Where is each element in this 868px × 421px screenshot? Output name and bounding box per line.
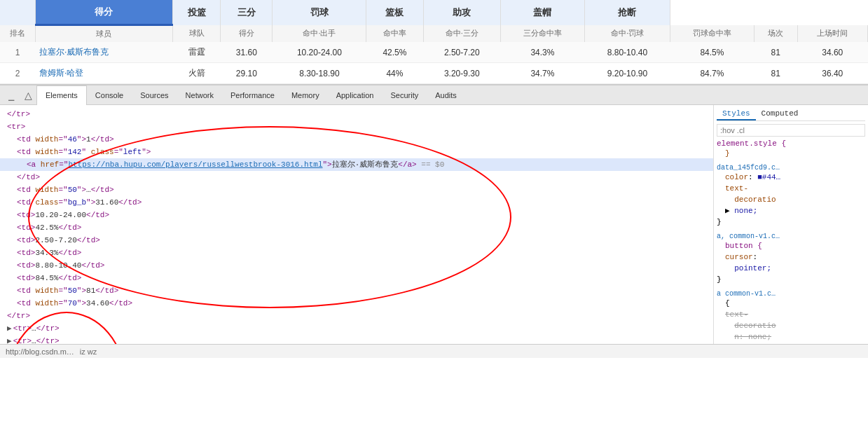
table-cell: 44% xyxy=(366,63,423,84)
html-line[interactable]: <td>8.80-10.40</td> xyxy=(0,259,713,272)
html-panel[interactable]: </tr><tr><td width="46">1</td><td width=… xyxy=(0,105,714,344)
style-block: button { cursor: pointer; xyxy=(717,240,865,274)
html-line[interactable]: <td class="bg_b">31.60</td> xyxy=(0,196,713,209)
devtools-tab-console[interactable]: Console xyxy=(87,85,132,105)
table-cell: 雷霆 xyxy=(172,42,221,63)
sub-header-cell: 命中·三分 xyxy=(423,25,501,43)
category-header[interactable]: 抢断 xyxy=(584,0,670,25)
html-line[interactable]: <td width="50">…</td> xyxy=(0,184,713,196)
table-row: 2詹姆斯·哈登火箭29.108.30-18.9044%3.20-9.3034.7… xyxy=(0,63,868,84)
style-line: cursor: xyxy=(725,251,865,263)
devtools-tab-performance[interactable]: Performance xyxy=(222,85,283,105)
styles-filter-input[interactable] xyxy=(717,124,865,137)
style-line: text- xyxy=(725,309,865,320)
devtools-tab-security[interactable]: Security xyxy=(382,85,427,105)
devtools-content: </tr><tr><td width="46">1</td><td width=… xyxy=(0,105,868,344)
sub-header-row: 排名球员球队得分命中·出手命中率命中·三分三分命中率命中·罚球罚球命中率场次上场… xyxy=(0,25,868,43)
table-cell: 31.60 xyxy=(221,42,273,63)
category-header[interactable]: 罚球 xyxy=(273,0,366,25)
html-line[interactable]: <a href="https://nba.hupu.com/players/ru… xyxy=(0,158,713,171)
category-header[interactable]: 三分 xyxy=(221,0,273,25)
html-line[interactable]: <td width="142" class="left"> xyxy=(0,146,713,158)
html-line[interactable]: <td width="70">34.60</td> xyxy=(0,297,713,310)
html-line[interactable]: <td>10.20-24.00</td> xyxy=(0,209,713,221)
style-block: color: ■#44… text- decoratio ▶ none; xyxy=(717,172,865,216)
html-line[interactable]: <td>34.3%</td> xyxy=(0,247,713,259)
style-line: text- xyxy=(725,183,865,194)
html-line[interactable]: <td width="46">1</td> xyxy=(0,133,713,146)
devtools-tab-application[interactable]: Application xyxy=(328,85,383,105)
devtools-tab-network[interactable]: Network xyxy=(177,85,222,105)
table-cell: 10.20-24.00 xyxy=(273,42,366,63)
html-line[interactable]: <td>84.5%</td> xyxy=(0,272,713,284)
category-header[interactable]: 助攻 xyxy=(423,0,501,25)
sub-header-cell: 命中·罚球 xyxy=(584,25,670,43)
table-cell: 2 xyxy=(0,63,35,84)
table-cell: 2.50-7.20 xyxy=(423,42,501,63)
table-cell: 8.80-10.40 xyxy=(584,42,670,63)
bottom-bar-text: iz wz xyxy=(80,347,97,356)
sub-header-cell: 球员 xyxy=(35,25,172,43)
table-cell: 34.60 xyxy=(797,42,868,63)
html-line[interactable]: <td width="50">81</td> xyxy=(0,284,713,297)
category-header[interactable]: 篮板 xyxy=(366,0,423,25)
table-cell: 84.7% xyxy=(670,63,755,84)
devtools-panel: ⎯ △ ElementsConsoleSourcesNetworkPerform… xyxy=(0,85,868,358)
style-line: } xyxy=(717,216,865,228)
table-cell: 1 xyxy=(0,42,35,63)
table-row: 1拉塞尔·威斯布鲁克雷霆31.6010.20-24.0042.5%2.50-7.… xyxy=(0,42,868,63)
table-cell: 詹姆斯·哈登 xyxy=(35,63,172,84)
devtools-tab-bar: ⎯ △ ElementsConsoleSourcesNetworkPerform… xyxy=(0,85,868,105)
styles-panel: Styles Computed element.style { } data_1… xyxy=(714,105,868,344)
style-block: } xyxy=(717,148,865,159)
style-rule: a, common-v1.c… button { cursor: pointer… xyxy=(717,232,865,285)
devtools-icon-2[interactable]: △ xyxy=(20,87,36,104)
sub-header-cell: 场次 xyxy=(754,25,797,43)
bottom-bar-url: http://blog.csdn.m… xyxy=(6,347,74,356)
sub-header-cell: 三分命中率 xyxy=(501,25,585,43)
style-source: a, common-v1.c… xyxy=(717,233,780,240)
style-rule: element.style { } xyxy=(717,139,865,159)
style-block: { text- decoratio n: none; xyxy=(717,298,865,343)
table-cell: 34.7% xyxy=(501,63,585,84)
devtools-tab-sources[interactable]: Sources xyxy=(132,85,177,105)
devtools-icon-1[interactable]: ⎯ xyxy=(3,87,20,104)
html-line[interactable]: ▶<tr>…</tr> xyxy=(0,322,713,335)
table-cell: 29.10 xyxy=(221,63,273,84)
table-cell: 81 xyxy=(754,42,797,63)
styles-panel-tabs: Styles Computed xyxy=(717,108,865,121)
html-line[interactable]: </tr> xyxy=(0,108,713,120)
html-panel-wrapper: </tr><tr><td width="46">1</td><td width=… xyxy=(0,105,714,344)
style-line: } xyxy=(725,148,865,159)
table-cell: 42.5% xyxy=(366,42,423,63)
sub-header-cell: 命中率 xyxy=(366,25,423,43)
style-rule: a common-v1.c… { text- decoratio n: none… xyxy=(717,289,865,344)
bottom-bar: http://blog.csdn.m… iz wz xyxy=(0,344,868,358)
table-cell: 36.40 xyxy=(797,63,868,84)
sub-header-cell: 得分 xyxy=(221,25,273,43)
table-cell: 34.3% xyxy=(501,42,585,63)
html-line[interactable]: <td>42.5%</td> xyxy=(0,221,713,234)
sub-header-cell: 上场时间 xyxy=(797,25,868,43)
html-line[interactable]: <tr> xyxy=(0,120,713,133)
stats-section: 得分投篮三分罚球篮板助攻盖帽抢断 排名球员球队得分命中·出手命中率命中·三分三分… xyxy=(0,0,868,85)
sub-header-cell: 球队 xyxy=(172,25,221,43)
table-cell: 8.30-18.90 xyxy=(273,63,366,84)
styles-content: element.style { } data_145fcd9.c… color:… xyxy=(717,139,865,344)
category-header[interactable]: 得分 xyxy=(35,0,172,25)
style-line: pointer; xyxy=(725,263,865,274)
category-header[interactable]: 投篮 xyxy=(172,0,221,25)
devtools-tab-audits[interactable]: Audits xyxy=(427,85,465,105)
html-line[interactable]: </tr> xyxy=(0,310,713,322)
style-line: decoratio xyxy=(725,320,865,331)
style-line: n: none; xyxy=(725,331,865,343)
category-header[interactable]: 盖帽 xyxy=(501,0,585,25)
html-line[interactable]: </td> xyxy=(0,171,713,184)
devtools-tab-memory[interactable]: Memory xyxy=(283,85,328,105)
tab-computed[interactable]: Computed xyxy=(756,108,804,120)
tab-styles[interactable]: Styles xyxy=(717,108,756,120)
devtools-tab-elements[interactable]: Elements xyxy=(36,85,87,105)
html-line[interactable]: <td>2.50-7.20</td> xyxy=(0,234,713,247)
style-selector: element.style { xyxy=(717,139,865,148)
html-line[interactable]: ▶<tr>…</tr> xyxy=(0,335,713,344)
